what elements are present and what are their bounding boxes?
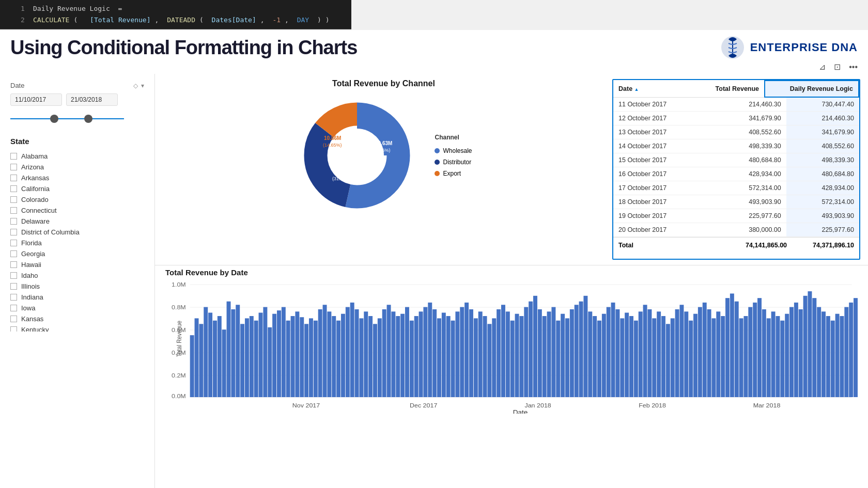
export-icon[interactable]: ⊡ [834, 62, 841, 72]
bar [789, 307, 794, 397]
state-checkbox[interactable] [10, 175, 17, 181]
state-checkbox[interactable] [10, 283, 17, 290]
bar [634, 321, 638, 397]
bar-chart-container: 1.0M 0.8M 0.6M 0.4M 0.2M 0.0M Total Reve… [165, 279, 858, 414]
bar [529, 302, 533, 397]
bar [373, 324, 377, 398]
bar [730, 294, 734, 398]
eraser-icon[interactable]: ◇ [133, 82, 138, 89]
slider-thumb-left[interactable] [50, 115, 58, 123]
date-filter: Date ◇ ▾ 11/10/2017 21/03/2018 [10, 82, 144, 127]
bar [597, 321, 601, 397]
bar [483, 316, 487, 397]
state-item: Illinois [10, 281, 144, 292]
end-date-input[interactable]: 21/03/2018 [66, 93, 118, 106]
bar [565, 319, 569, 398]
bar [794, 303, 798, 397]
table-row: 14 October 2017 498,339.30 408,552.60 [613, 139, 859, 153]
date-range-slider[interactable] [10, 111, 144, 127]
col-total-revenue[interactable]: Total Revenue [696, 81, 765, 97]
state-checkbox[interactable] [10, 250, 17, 257]
bar [350, 303, 354, 397]
col-date[interactable]: Date ▲ [613, 81, 696, 97]
table-scroll[interactable]: 11 October 2017 214,460.30 730,447.40 12… [613, 98, 859, 237]
col-daily-logic[interactable]: Daily Revenue Logic [765, 81, 859, 97]
state-list-scroll[interactable]: AlabamaArizonaArkansasCaliforniaColorado… [10, 151, 144, 332]
bar [268, 327, 272, 397]
more-options-icon[interactable]: ••• [849, 62, 858, 72]
logo-text: ENTERPRISE DNA [750, 41, 858, 54]
bar [570, 309, 574, 397]
state-checkbox[interactable] [10, 207, 17, 214]
bar [428, 303, 432, 397]
bar [579, 302, 583, 397]
svg-text:0.0M: 0.0M [172, 393, 186, 399]
dashboard: Using Conditional Formatting in Charts E… [0, 30, 868, 488]
bar [327, 312, 331, 398]
table-row: 20 October 2017 380,000.00 225,977.60 [613, 223, 859, 237]
bar [414, 316, 419, 397]
svg-text:Total Revenue: Total Revenue [175, 321, 182, 357]
footer-total-revenue: 74,141,865.00 [746, 242, 787, 249]
bar [588, 312, 592, 398]
bar [716, 312, 720, 398]
state-item: Arkansas [10, 172, 144, 183]
state-checkbox[interactable] [10, 240, 17, 246]
bar [437, 319, 441, 398]
svg-text:0.2M: 0.2M [172, 372, 186, 379]
bar [533, 296, 537, 397]
bar [812, 298, 816, 398]
state-checkbox[interactable] [10, 261, 17, 268]
bar [460, 307, 464, 397]
code-editor: ✓ 1 Daily Revenue Logic = 2 CALCULATE ( … [0, 0, 351, 29]
state-checkbox[interactable] [10, 294, 17, 301]
svg-text:0.8M: 0.8M [172, 304, 186, 310]
bar [822, 312, 826, 398]
bar [501, 305, 505, 398]
filter-icon[interactable]: ⊿ [819, 62, 826, 72]
bar [607, 307, 611, 397]
bar [629, 316, 633, 397]
bar [831, 321, 835, 397]
svg-text:23.65M: 23.65M [334, 169, 351, 175]
bar [748, 307, 752, 397]
state-checkbox[interactable] [10, 153, 17, 160]
state-checkbox[interactable] [10, 164, 17, 170]
slider-thumb-right[interactable] [84, 115, 92, 123]
bar [346, 307, 350, 397]
state-checkbox[interactable] [10, 272, 17, 279]
bar [639, 312, 643, 398]
start-date-input[interactable]: 11/10/2017 [10, 93, 62, 106]
bar [743, 316, 748, 397]
state-checkbox[interactable] [10, 316, 17, 322]
chevron-icon[interactable]: ▾ [141, 82, 144, 89]
wholesale-dot [435, 148, 440, 153]
state-checkbox[interactable] [10, 196, 17, 203]
bar [615, 309, 619, 397]
state-checkbox[interactable] [10, 305, 17, 311]
table-row: 19 October 2017 225,977.60 493,903.90 [613, 209, 859, 223]
state-checkbox[interactable] [10, 218, 17, 225]
table-row: 11 October 2017 214,460.30 730,447.40 [613, 98, 859, 112]
table-row: 12 October 2017 341,679.90 214,460.30 [613, 112, 859, 125]
bar [451, 321, 455, 397]
bar [647, 309, 652, 397]
bar [272, 314, 276, 397]
bar [254, 321, 258, 397]
bar [410, 321, 414, 397]
bar [391, 312, 395, 398]
state-item: District of Columbia [10, 227, 144, 238]
state-checkbox[interactable] [10, 229, 17, 235]
bar [295, 312, 299, 398]
bar [323, 305, 327, 398]
bar [236, 305, 240, 398]
bar [602, 314, 606, 397]
content-area: Date ◇ ▾ 11/10/2017 21/03/2018 [0, 74, 868, 488]
bar [282, 307, 286, 397]
state-checkbox[interactable] [10, 326, 17, 332]
bar [799, 309, 803, 397]
bar [474, 319, 478, 398]
bar-chart-title: Total Revenue by Date [165, 268, 858, 277]
state-checkbox[interactable] [10, 185, 17, 192]
legend-export: Export [435, 170, 472, 177]
